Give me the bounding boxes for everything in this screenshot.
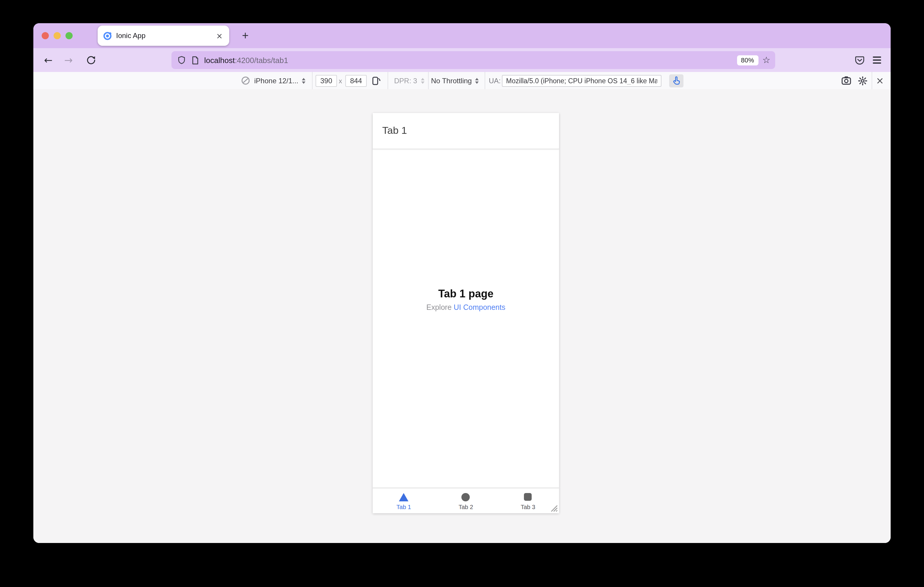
close-window-button[interactable] [42, 32, 49, 39]
dimension-separator: x [339, 72, 342, 89]
traffic-lights [42, 23, 73, 48]
bookmark-star-icon[interactable]: ☆ [762, 55, 771, 66]
device-selector[interactable]: iPhone 12/1... [254, 72, 305, 89]
viewport-height-field [345, 72, 367, 89]
tab-title: Ionic App [116, 31, 215, 40]
rdm-content-area: Tab 1 Tab 1 page Explore UI Components T… [33, 89, 891, 543]
minimize-window-button[interactable] [54, 32, 61, 39]
viewport-width-input[interactable] [315, 75, 337, 87]
page-icon[interactable] [191, 56, 199, 64]
tab-label: Tab 3 [521, 504, 535, 510]
device-selector-label: iPhone 12/1... [254, 76, 298, 85]
viewport-height-input[interactable] [345, 75, 367, 87]
screen: Ionic App × + ← → [0, 0, 924, 587]
reload-icon [86, 55, 96, 65]
slash-circle-icon [241, 72, 250, 89]
menu-button[interactable] [873, 56, 881, 64]
app-page-title: Tab 1 page [373, 288, 559, 301]
back-icon: ← [44, 55, 53, 65]
select-arrows-icon [475, 77, 479, 84]
throttling-label: No Throttling [431, 76, 472, 85]
toolbar-divider [312, 72, 313, 89]
dpr-selector[interactable]: DPR: 3 [394, 72, 424, 89]
screenshot-button[interactable] [841, 72, 851, 89]
ui-components-link[interactable]: UI Components [454, 303, 505, 311]
tab-button-tab2[interactable]: Tab 2 [435, 488, 497, 513]
url-path: :4200/tabs/tab1 [235, 56, 288, 64]
dpr-label: DPR: 3 [394, 76, 417, 85]
forward-icon: → [64, 55, 73, 65]
touch-simulation-button[interactable] [669, 72, 683, 89]
url-text: localhost:4200/tabs/tab1 [204, 56, 737, 64]
back-button[interactable]: ← [43, 48, 54, 72]
viewport-resize-handle[interactable] [549, 504, 558, 512]
close-rdm-button[interactable]: × [875, 72, 885, 89]
ua-field [502, 72, 662, 89]
camera-icon [841, 76, 851, 85]
zoom-level-badge[interactable]: 80% [737, 55, 758, 65]
ua-input[interactable] [502, 75, 662, 87]
shield-icon[interactable] [177, 55, 186, 65]
tab-close-icon[interactable]: × [215, 31, 224, 41]
navigation-toolbar: ← → localhost:4200/ta [33, 48, 891, 72]
throttling-selector[interactable]: No Throttling [431, 72, 479, 89]
toolbar-divider [388, 72, 388, 89]
gear-icon [858, 76, 868, 86]
tab-button-tab1[interactable]: Tab 1 [373, 488, 435, 513]
app-subtitle: Explore UI Components [373, 303, 559, 311]
rdm-settings-button[interactable] [858, 72, 868, 89]
rotate-viewport-button[interactable] [371, 72, 381, 89]
triangle-icon [399, 493, 408, 501]
subtitle-text: Explore [426, 303, 454, 311]
browser-window: Ionic App × + ← → [33, 23, 891, 543]
app-header: Tab 1 [373, 113, 559, 149]
device-viewport: Tab 1 Tab 1 page Explore UI Components T… [373, 113, 559, 513]
select-arrows-icon [421, 77, 424, 84]
close-icon: × [876, 75, 884, 86]
tab-label: Tab 2 [459, 504, 473, 510]
reload-button[interactable] [85, 48, 96, 72]
plus-icon: + [242, 29, 249, 42]
app-header-title: Tab 1 [382, 125, 407, 137]
tab-label: Tab 1 [396, 504, 411, 510]
viewport-width-field [315, 72, 337, 89]
hamburger-icon [873, 56, 881, 58]
page-center-block: Tab 1 page Explore UI Components [373, 288, 559, 311]
toolbar-divider [428, 72, 429, 89]
touch-pointer-icon [672, 76, 680, 85]
pocket-icon[interactable] [855, 55, 865, 65]
titlebar: Ionic App × + [33, 23, 891, 48]
circle-icon [462, 493, 470, 501]
ionic-logo-icon [103, 31, 112, 40]
url-host: localhost [204, 56, 235, 64]
toolbar-divider [485, 72, 485, 89]
rdm-toolbar: iPhone 12/1... x DPR [33, 72, 891, 90]
rotate-icon [371, 76, 381, 86]
ua-label: UA: [489, 72, 501, 89]
browser-tab-ionic-app[interactable]: Ionic App × [97, 26, 229, 46]
navbar-right-buttons [855, 48, 881, 72]
new-tab-button[interactable]: + [238, 28, 253, 43]
toolbar-divider [871, 72, 872, 89]
forward-button[interactable]: → [63, 48, 74, 72]
zoom-window-button[interactable] [66, 32, 73, 39]
app-tabbar: Tab 1 Tab 2 Tab 3 [373, 488, 559, 513]
address-bar[interactable]: localhost:4200/tabs/tab1 80% ☆ [172, 51, 775, 69]
square-icon [524, 493, 532, 501]
select-arrows-icon [302, 77, 305, 84]
